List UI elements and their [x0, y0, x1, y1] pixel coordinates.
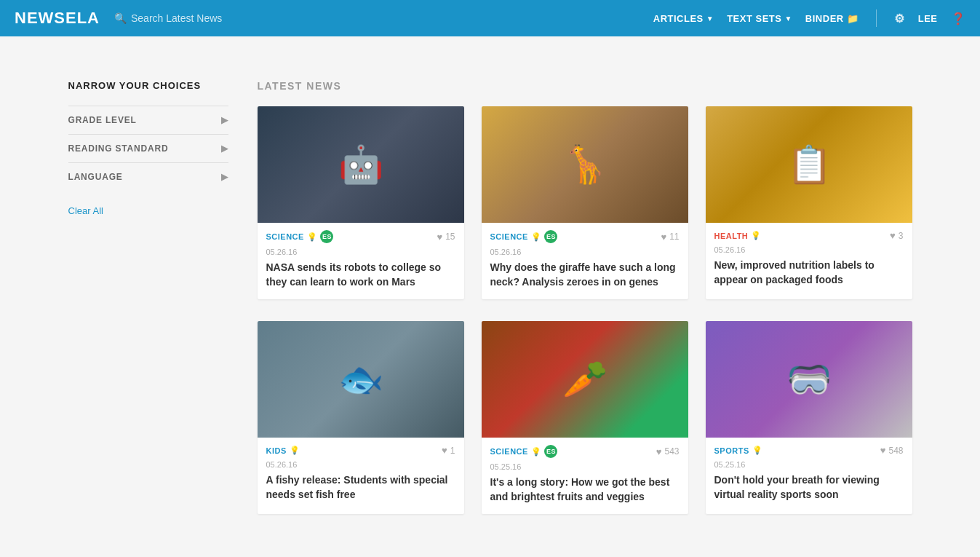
article-date: 05.26.16: [266, 460, 455, 469]
article-date: 05.25.16: [714, 460, 904, 469]
likes-count: 548: [888, 446, 903, 456]
nav-articles[interactable]: ARTICLES ▼: [653, 13, 714, 24]
article-body: SCIENCE 💡 ES ♥ 543 05.25.16 It's a long …: [482, 438, 688, 514]
chevron-right-icon: ▶: [221, 143, 228, 154]
lightbulb-icon: 💡: [531, 447, 542, 457]
article-date: 05.25.16: [490, 462, 680, 471]
article-date: 05.26.16: [714, 245, 904, 254]
article-image: 🐟: [258, 321, 464, 438]
sidebar: NARROW YOUR CHOICES GRADE LEVEL ▶ READIN…: [68, 80, 228, 543]
article-image: 🥕: [482, 321, 688, 438]
article-title: Don't hold your breath for viewing virtu…: [714, 473, 904, 502]
heart-icon: ♥: [880, 445, 886, 456]
article-title: Why does the giraffe have such a long ne…: [490, 261, 680, 289]
lightbulb-icon: 💡: [752, 446, 763, 455]
heart-icon: ♥: [661, 232, 666, 242]
article-body: SCIENCE 💡 ES ♥ 15 05.26.16 NASA sends it…: [258, 223, 464, 299]
article-card[interactable]: 🐟 KIDS 💡 ♥ 1 05.26.16 A fishy release: S…: [258, 321, 464, 514]
nav-binder[interactable]: BINDER 📁: [805, 13, 859, 24]
article-image: 🥽: [706, 321, 912, 438]
main-container: NARROW YOUR CHOICES GRADE LEVEL ▶ READIN…: [54, 36, 927, 557]
filter-reading-standard[interactable]: READING STANDARD ▶: [68, 134, 228, 162]
article-category: SPORTS 💡: [714, 446, 763, 455]
article-category: SCIENCE 💡 ES: [490, 445, 558, 458]
article-likes: ♥ 543: [656, 446, 680, 457]
lightbulb-icon: 💡: [290, 446, 300, 455]
user-name[interactable]: LEE: [918, 13, 938, 24]
article-meta: SCIENCE 💡 ES ♥ 15: [266, 230, 455, 243]
article-meta: SCIENCE 💡 ES ♥ 11: [490, 230, 680, 243]
chevron-right-icon: ▶: [221, 115, 228, 125]
heart-icon: ♥: [437, 232, 442, 242]
article-title: It's a long story: How we got the best a…: [490, 475, 680, 504]
binder-icon: 📁: [847, 13, 859, 24]
likes-count: 15: [445, 232, 455, 242]
article-title: A fishy release: Students with special n…: [266, 473, 455, 502]
lightbulb-icon: 💡: [751, 231, 762, 240]
heart-icon: ♥: [442, 445, 447, 456]
article-meta: SPORTS 💡 ♥ 548: [714, 445, 904, 456]
article-category: SCIENCE 💡 ES: [266, 230, 334, 243]
article-date: 05.26.16: [490, 248, 680, 256]
article-image: 📋: [706, 106, 912, 223]
search-placeholder: Search Latest News: [131, 12, 222, 24]
article-likes: ♥ 11: [661, 232, 679, 242]
chevron-down-icon: ▼: [784, 15, 792, 23]
navbar: NEWSELA 🔍 Search Latest News ARTICLES ▼ …: [0, 0, 980, 36]
likes-count: 543: [664, 446, 679, 457]
article-meta: KIDS 💡 ♥ 1: [266, 445, 455, 456]
article-category: SCIENCE 💡 ES: [490, 230, 558, 243]
likes-count: 3: [899, 231, 904, 241]
nav-divider: [876, 9, 877, 27]
filter-grade-level[interactable]: GRADE LEVEL ▶: [68, 106, 228, 134]
nav-text-sets[interactable]: TEXT SETS ▼: [727, 13, 792, 24]
filter-language[interactable]: LANGUAGE ▶: [68, 162, 228, 191]
articles-area: LATEST NEWS 🤖 SCIENCE 💡 ES ♥ 15 05.26.16…: [258, 80, 912, 543]
section-title: LATEST NEWS: [258, 80, 912, 92]
article-title: NASA sends its robots to college so they…: [266, 261, 455, 289]
likes-count: 1: [450, 446, 455, 456]
article-date: 05.26.16: [266, 248, 455, 256]
search-area[interactable]: 🔍 Search Latest News: [114, 12, 653, 24]
lightbulb-icon: 💡: [531, 232, 542, 242]
es-badge: ES: [320, 230, 333, 243]
article-card[interactable]: 📋 HEALTH 💡 ♥ 3 05.26.16 New, improved nu…: [706, 106, 912, 299]
article-title: New, improved nutrition labels to appear…: [714, 258, 904, 287]
article-likes: ♥ 15: [437, 232, 455, 242]
article-body: HEALTH 💡 ♥ 3 05.26.16 New, improved nutr…: [706, 223, 912, 297]
article-category: HEALTH 💡: [714, 231, 762, 240]
logo[interactable]: NEWSELA: [15, 9, 100, 28]
clear-all-button[interactable]: Clear All: [68, 205, 228, 216]
article-body: SPORTS 💡 ♥ 548 05.25.16 Don't hold your …: [706, 438, 912, 512]
article-meta: HEALTH 💡 ♥ 3: [714, 230, 904, 241]
article-image: 🤖: [258, 106, 464, 223]
sidebar-title: NARROW YOUR CHOICES: [68, 80, 228, 91]
settings-icon[interactable]: ⚙: [894, 12, 905, 25]
article-likes: ♥ 1: [442, 445, 455, 456]
article-card[interactable]: 🦒 SCIENCE 💡 ES ♥ 11 05.26.16 Why does th…: [482, 106, 688, 299]
article-card[interactable]: 🥽 SPORTS 💡 ♥ 548 05.25.16 Don't hold you…: [706, 321, 912, 514]
navbar-right: ARTICLES ▼ TEXT SETS ▼ BINDER 📁 ⚙ LEE ❓: [653, 9, 965, 27]
article-card[interactable]: 🤖 SCIENCE 💡 ES ♥ 15 05.26.16 NASA sends …: [258, 106, 464, 299]
likes-count: 11: [669, 232, 679, 242]
search-icon: 🔍: [114, 12, 127, 24]
article-image: 🦒: [482, 106, 688, 223]
es-badge: ES: [544, 445, 557, 458]
chevron-down-icon: ▼: [706, 15, 714, 23]
article-card[interactable]: 🥕 SCIENCE 💡 ES ♥ 543 05.25.16 It's a lon…: [482, 321, 688, 514]
heart-icon: ♥: [890, 230, 896, 241]
article-category: KIDS 💡: [266, 446, 300, 455]
heart-icon: ♥: [656, 446, 662, 457]
article-body: SCIENCE 💡 ES ♥ 11 05.26.16 Why does the …: [482, 223, 688, 299]
article-likes: ♥ 548: [880, 445, 904, 456]
es-badge: ES: [544, 230, 557, 243]
help-icon[interactable]: ❓: [951, 12, 966, 25]
article-body: KIDS 💡 ♥ 1 05.26.16 A fishy release: Stu…: [258, 438, 464, 512]
article-meta: SCIENCE 💡 ES ♥ 543: [490, 445, 680, 458]
articles-grid: 🤖 SCIENCE 💡 ES ♥ 15 05.26.16 NASA sends …: [258, 106, 912, 514]
article-likes: ♥ 3: [890, 230, 903, 241]
chevron-right-icon: ▶: [221, 172, 228, 182]
lightbulb-icon: 💡: [307, 232, 318, 242]
